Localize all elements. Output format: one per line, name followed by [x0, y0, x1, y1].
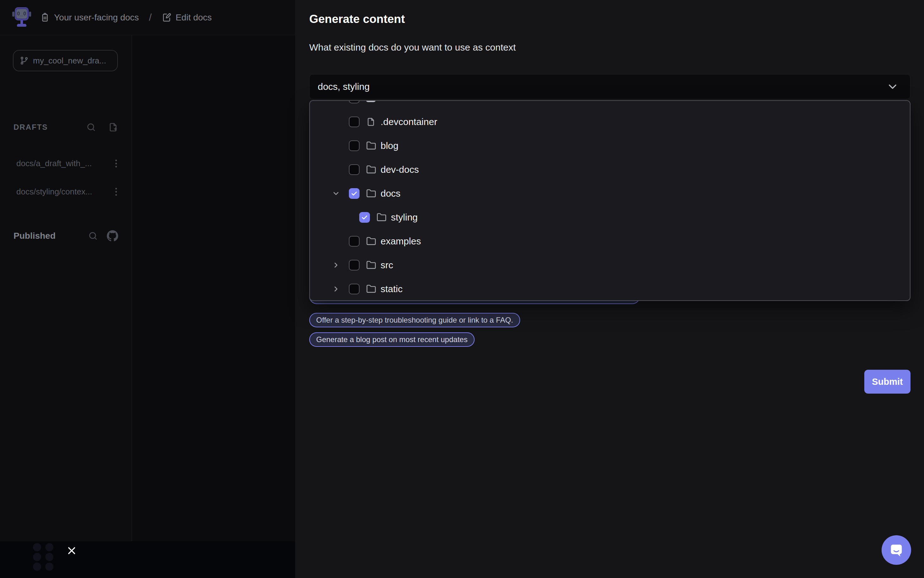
breadcrumb-edit-label[interactable]: Edit docs — [176, 13, 212, 23]
context-tree-dropdown: .devcontainer blog dev-docs — [309, 100, 911, 301]
chat-bubble-icon — [888, 542, 904, 558]
folder-icon — [366, 141, 376, 151]
checkbox[interactable] — [349, 236, 360, 247]
sidebar: my_cool_new_dra... DRAFTS docs/a_draft_w… — [0, 35, 132, 541]
checkbox[interactable] — [349, 164, 360, 175]
draft-list-item[interactable]: docs/styling/contex... — [0, 185, 132, 198]
search-drafts-icon[interactable] — [86, 122, 96, 132]
edit-docs-icon — [162, 13, 171, 22]
chevron-down-icon — [886, 80, 899, 93]
tree-row-blog[interactable]: blog — [310, 134, 910, 158]
kebab-menu-icon[interactable] — [116, 188, 117, 196]
branch-name-value: my_cool_new_dra... — [33, 56, 106, 66]
bottom-toolbar — [0, 541, 295, 578]
tree-row-styling[interactable]: styling — [310, 205, 910, 229]
tree-row-docs[interactable]: docs — [310, 182, 910, 205]
folder-icon — [366, 165, 376, 175]
robot-logo-icon[interactable]: 0_0 — [13, 6, 31, 29]
robot-neck — [20, 20, 23, 24]
branch-name-input[interactable]: my_cool_new_dra... — [13, 50, 118, 71]
checkbox[interactable] — [349, 284, 360, 294]
published-heading: Published — [13, 231, 55, 241]
chevron-down-icon[interactable] — [332, 190, 340, 198]
kebab-menu-icon[interactable] — [116, 159, 117, 167]
drag-handle-icon[interactable] — [33, 543, 54, 571]
draft-item-label: docs/styling/contex... — [16, 187, 92, 196]
folder-icon — [366, 188, 376, 198]
folder-icon — [376, 212, 387, 222]
suggestion-chip-label: Generate a blog post on most recent upda… — [316, 335, 468, 344]
robot-face: 0_0 — [16, 9, 27, 18]
published-section-header: Published — [0, 228, 132, 244]
checkbox[interactable] — [349, 140, 360, 151]
search-published-icon[interactable] — [88, 231, 98, 241]
file-icon — [366, 100, 376, 102]
robot-ear — [12, 11, 15, 17]
tree-row-static[interactable]: static — [310, 277, 910, 301]
file-icon — [366, 117, 376, 127]
app-root: 0_0 Your user-facing docs / Edit docs — [0, 0, 924, 578]
draft-item-label: docs/a_draft_with_... — [16, 159, 92, 168]
drafts-heading: DRAFTS — [13, 123, 48, 132]
top-header: 0_0 Your user-facing docs / Edit docs — [0, 0, 295, 35]
breadcrumb-separator: / — [149, 11, 152, 23]
drafts-section-header: DRAFTS — [0, 119, 132, 135]
breadcrumb: Your user-facing docs / Edit docs — [40, 11, 212, 23]
checkbox[interactable] — [349, 260, 360, 271]
suggestion-chip[interactable]: Generate a blog post on most recent upda… — [309, 332, 475, 347]
checkbox[interactable] — [349, 100, 360, 103]
tree-row-devcontainer[interactable]: .devcontainer — [310, 110, 910, 134]
new-draft-icon[interactable] — [108, 122, 118, 132]
chevron-right-icon[interactable] — [332, 261, 340, 269]
chat-widget-button[interactable] — [882, 535, 911, 565]
context-select[interactable]: docs, styling — [309, 74, 911, 99]
checkbox[interactable] — [349, 117, 360, 127]
close-icon[interactable] — [66, 545, 77, 556]
git-branch-icon — [20, 56, 29, 65]
breadcrumb-docs-label[interactable]: Your user-facing docs — [54, 13, 139, 23]
suggestion-chip[interactable]: Offer a step-by-step troubleshooting gui… — [309, 313, 520, 327]
checkbox-checked[interactable] — [349, 188, 360, 199]
left-region: 0_0 Your user-facing docs / Edit docs — [0, 0, 295, 578]
draft-list-item[interactable]: docs/a_draft_with_... — [0, 156, 132, 170]
github-icon[interactable] — [107, 230, 118, 242]
submit-button[interactable]: Submit — [864, 370, 911, 394]
chevron-right-icon[interactable] — [332, 285, 340, 293]
tree-row-clipped[interactable] — [310, 100, 910, 110]
tree-row-dev-docs[interactable]: dev-docs — [310, 158, 910, 182]
checkbox-checked[interactable] — [359, 212, 370, 223]
context-question-label: What existing docs do you want to use as… — [309, 42, 516, 53]
page-title: Generate content — [309, 13, 405, 26]
folder-icon — [366, 236, 376, 246]
robot-base — [17, 24, 26, 27]
file-tree: .devcontainer blog dev-docs — [310, 100, 910, 301]
tree-row-examples[interactable]: examples — [310, 229, 910, 253]
context-select-value: docs, styling — [318, 81, 369, 92]
generate-content-panel: Generate content What existing docs do y… — [295, 0, 924, 578]
tree-row-src[interactable]: src — [310, 253, 910, 277]
folder-icon — [366, 260, 376, 270]
folder-icon — [366, 284, 376, 294]
suggestion-chip-label: Offer a step-by-step troubleshooting gui… — [316, 316, 513, 325]
robot-ear — [29, 11, 31, 17]
clipboard-icon — [40, 13, 50, 22]
